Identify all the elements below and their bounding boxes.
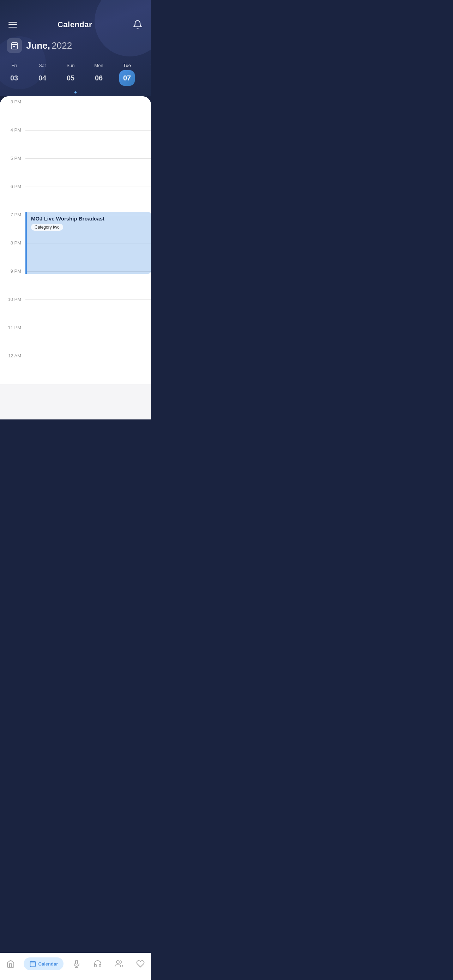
header: Calendar June, 2022 Fri 03 S <box>0 0 151 96</box>
time-label: 10 PM <box>0 297 25 302</box>
year-label: 2022 <box>51 40 72 51</box>
day-cell-08[interactable]: Wed 08 <box>141 60 151 90</box>
time-row-11-PM: 11 PM <box>0 328 151 356</box>
notification-icon[interactable] <box>133 20 143 30</box>
day-name: Fri <box>11 63 17 68</box>
time-grid: 3 PM 4 PM 5 PM 6 PM 7 PM 8 PM 9 PM 10 PM… <box>0 96 151 384</box>
day-number: 06 <box>91 70 106 86</box>
day-cell-04[interactable]: Sat 04 <box>28 60 56 90</box>
time-row-4-PM: 4 PM <box>0 130 151 158</box>
svg-rect-4 <box>13 46 14 47</box>
day-cell-03[interactable]: Fri 03 <box>0 60 28 90</box>
time-line <box>25 356 151 356</box>
day-strip: Fri 03 Sat 04 Sun 05 Mon 06 Tue 07 Wed 0… <box>0 59 151 90</box>
day-cell-07[interactable]: Tue 07 <box>113 60 141 90</box>
day-cell-06[interactable]: Mon 06 <box>85 60 113 90</box>
day-name: Mon <box>94 63 103 68</box>
time-label: 6 PM <box>0 184 25 189</box>
day-name: Tue <box>123 63 131 68</box>
time-label: 7 PM <box>0 212 25 217</box>
time-line <box>25 299 151 300</box>
time-row-3-PM: 3 PM <box>0 102 151 130</box>
day-number: 04 <box>35 70 50 86</box>
day-number: 07 <box>119 70 135 86</box>
day-cell-05[interactable]: Sun 05 <box>56 60 85 90</box>
time-line <box>25 328 151 328</box>
main-content: 3 PM 4 PM 5 PM 6 PM 7 PM 8 PM 9 PM 10 PM… <box>0 96 151 420</box>
day-dot-active <box>75 91 76 94</box>
time-label: 5 PM <box>0 156 25 161</box>
event-title: MOJ Live Worship Broadcast <box>31 216 147 221</box>
time-row-6-PM: 6 PM <box>0 187 151 215</box>
month-year-label: June, 2022 <box>26 40 72 51</box>
event-block[interactable]: MOJ Live Worship Broadcast Category two <box>25 212 151 274</box>
time-label: 11 PM <box>0 325 25 330</box>
time-label: 9 PM <box>0 269 25 274</box>
event-tag: Category two <box>31 224 63 231</box>
day-number: 05 <box>63 70 78 86</box>
time-line <box>25 102 151 102</box>
day-number: 03 <box>6 70 22 86</box>
month-label: June, <box>26 40 50 51</box>
day-indicator-row <box>0 90 151 96</box>
time-row-5-PM: 5 PM <box>0 158 151 187</box>
time-label: 3 PM <box>0 99 25 104</box>
page-title: Calendar <box>57 20 92 29</box>
time-label: 12 AM <box>0 353 25 358</box>
svg-rect-0 <box>11 43 17 49</box>
month-row: June, 2022 <box>0 35 151 59</box>
time-row-9-PM: 9 PM <box>0 271 151 299</box>
day-name: Sat <box>39 63 46 68</box>
day-name: Wed <box>151 63 151 68</box>
time-line <box>25 158 151 159</box>
day-number: 08 <box>148 70 151 86</box>
top-bar: Calendar <box>0 0 151 35</box>
time-row-10-PM: 10 PM <box>0 299 151 328</box>
svg-rect-5 <box>14 46 15 47</box>
day-name: Sun <box>66 63 75 68</box>
time-row-12-AM: 12 AM <box>0 356 151 384</box>
time-line <box>25 130 151 130</box>
time-label: 8 PM <box>0 240 25 245</box>
time-label: 4 PM <box>0 127 25 133</box>
calendar-badge-icon[interactable] <box>7 38 22 53</box>
menu-button[interactable] <box>8 22 17 27</box>
